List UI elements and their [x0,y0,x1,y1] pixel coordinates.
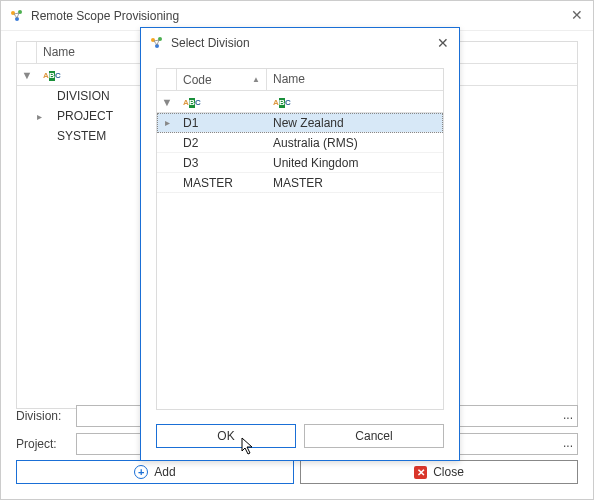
close-label: Close [433,465,464,479]
app-icon [149,35,165,51]
modal-grid: Code▲ Name ▼ ABC ABC ▸D1New ZealandD2Aus… [156,68,444,410]
row-label: DIVISION [53,89,110,103]
table-row[interactable]: D3United Kingdom [157,153,443,173]
app-icon [9,8,25,24]
text-filter-icon[interactable]: ABC [273,97,291,109]
svg-line-5 [14,14,17,18]
column-name[interactable]: Name [267,69,443,90]
filter-icon[interactable]: ▼ [162,96,173,108]
svg-line-10 [157,40,159,45]
modal-close-button[interactable]: ✕ [437,35,449,51]
column-code[interactable]: Code▲ [177,69,267,90]
cell-name: MASTER [267,176,443,190]
project-label: Project: [16,437,76,451]
modal-grid-header: Code▲ Name [157,69,443,91]
cell-name: New Zealand [267,116,443,130]
sort-asc-icon: ▲ [252,75,260,84]
project-browse-button[interactable]: ... [563,436,573,450]
add-button[interactable]: + Add [16,460,294,484]
cell-code: MASTER [177,176,267,190]
cell-name: United Kingdom [267,156,443,170]
modal-filter-row[interactable]: ▼ ABC ABC [157,91,443,113]
division-label: Division: [16,409,76,423]
cell-name: Australia (RMS) [267,136,443,150]
cancel-button[interactable]: Cancel [304,424,444,448]
svg-line-4 [17,13,19,18]
select-division-dialog: Select Division ✕ Code▲ Name ▼ ABC ABC ▸… [140,27,460,461]
modal-titlebar: Select Division ✕ [141,28,459,58]
expand-icon[interactable]: ▸ [37,111,53,122]
table-row[interactable]: D2Australia (RMS) [157,133,443,153]
close-button[interactable]: ✕ Close [300,460,578,484]
text-filter-icon[interactable]: ABC [183,97,201,109]
row-label: SYSTEM [53,129,106,143]
division-browse-button[interactable]: ... [563,408,573,422]
add-label: Add [154,465,175,479]
svg-line-11 [154,41,157,45]
expand-icon[interactable]: ▸ [157,117,177,128]
modal-title: Select Division [171,36,250,50]
cell-code: D1 [177,116,267,130]
table-row[interactable]: ▸D1New Zealand [157,113,443,133]
cell-code: D2 [177,136,267,150]
filter-icon[interactable]: ▼ [22,69,33,81]
plus-icon: + [134,465,148,479]
row-label: PROJECT [53,109,113,123]
text-filter-icon[interactable]: ABC [43,70,61,82]
cell-code: D3 [177,156,267,170]
table-row[interactable]: MASTERMASTER [157,173,443,193]
ok-button[interactable]: OK [156,424,296,448]
main-title: Remote Scope Provisioning [31,9,179,23]
modal-rows: ▸D1New ZealandD2Australia (RMS)D3United … [157,113,443,193]
close-icon: ✕ [414,466,427,479]
main-close-button[interactable]: ✕ [571,7,583,23]
